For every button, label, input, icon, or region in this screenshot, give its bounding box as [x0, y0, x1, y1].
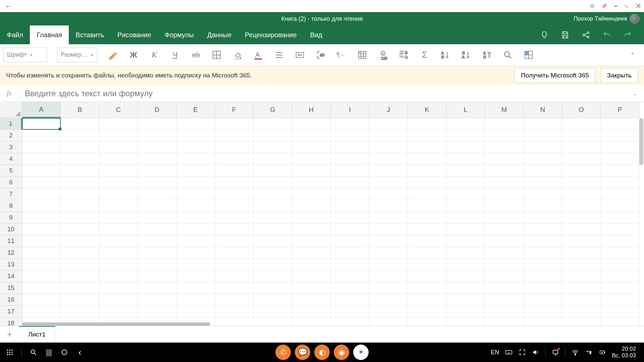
cell[interactable]: [562, 306, 601, 317]
row-header[interactable]: 14: [0, 270, 22, 282]
cell[interactable]: [22, 165, 61, 177]
cell[interactable]: [562, 270, 601, 282]
vertical-scrollbar[interactable]: [639, 118, 643, 326]
cell[interactable]: [369, 306, 408, 317]
cell[interactable]: [485, 200, 524, 212]
input-lang[interactable]: EN: [491, 349, 499, 356]
row-header[interactable]: 5: [0, 165, 22, 177]
cell[interactable]: [22, 247, 61, 259]
cell[interactable]: [176, 282, 215, 294]
cell[interactable]: [524, 153, 562, 165]
cell[interactable]: [331, 200, 369, 212]
column-header[interactable]: J: [369, 102, 408, 118]
cell[interactable]: [601, 247, 639, 259]
expand-formula-icon[interactable]: ⌄: [627, 91, 644, 96]
column-header[interactable]: D: [138, 102, 176, 118]
cell[interactable]: [331, 294, 369, 306]
merge-icon[interactable]: [294, 50, 305, 60]
cell[interactable]: [61, 259, 99, 270]
cell[interactable]: [369, 235, 408, 247]
cell[interactable]: [61, 235, 99, 247]
cell[interactable]: [369, 153, 408, 165]
cell[interactable]: [331, 141, 369, 153]
cell[interactable]: [485, 282, 524, 294]
cell[interactable]: [485, 306, 524, 317]
cell[interactable]: [292, 270, 331, 282]
cell[interactable]: [61, 177, 99, 188]
tab-insert[interactable]: Вставить: [69, 25, 111, 44]
wrap-text-icon[interactable]: ab: [315, 50, 326, 60]
cell[interactable]: [601, 200, 639, 212]
cell[interactable]: [176, 259, 215, 270]
row-header[interactable]: 16: [0, 294, 22, 306]
notifications-icon[interactable]: [552, 349, 559, 356]
cell[interactable]: [601, 141, 639, 153]
cell[interactable]: [22, 212, 61, 224]
cell[interactable]: [176, 118, 215, 130]
cell[interactable]: [524, 165, 562, 177]
cell[interactable]: [61, 306, 99, 317]
column-header[interactable]: H: [292, 102, 331, 118]
cell[interactable]: [562, 224, 601, 235]
volume-icon[interactable]: [532, 349, 539, 356]
cell[interactable]: [292, 294, 331, 306]
cell[interactable]: [176, 130, 215, 141]
cell[interactable]: [22, 270, 61, 282]
cell[interactable]: [446, 141, 485, 153]
column-header[interactable]: K: [408, 102, 446, 118]
sheet-tab[interactable]: Лист1: [19, 326, 55, 343]
align-icon[interactable]: [274, 50, 284, 60]
formula-input[interactable]: [19, 89, 627, 98]
conditional-format-icon[interactable]: [357, 50, 368, 60]
cell[interactable]: [99, 306, 138, 317]
cell[interactable]: [331, 247, 369, 259]
cell[interactable]: [61, 118, 99, 130]
cell[interactable]: [524, 317, 562, 326]
cell[interactable]: [99, 118, 138, 130]
fx-label[interactable]: fx: [0, 89, 19, 97]
column-header[interactable]: O: [562, 102, 601, 118]
cell[interactable]: [22, 235, 61, 247]
cell[interactable]: [61, 165, 99, 177]
cell[interactable]: [446, 188, 485, 200]
cell[interactable]: [562, 294, 601, 306]
save-icon[interactable]: [561, 31, 570, 39]
cell[interactable]: [292, 153, 331, 165]
cell[interactable]: [408, 130, 446, 141]
cell[interactable]: [369, 212, 408, 224]
cell[interactable]: [369, 294, 408, 306]
font-dropdown[interactable]: Шрифт▾: [3, 48, 47, 62]
cell[interactable]: [176, 235, 215, 247]
cell[interactable]: [138, 200, 176, 212]
cell[interactable]: [292, 317, 331, 326]
cell[interactable]: [61, 200, 99, 212]
lightbulb-icon[interactable]: [540, 31, 549, 39]
cell[interactable]: [254, 282, 292, 294]
cell[interactable]: [215, 118, 254, 130]
cell[interactable]: [99, 141, 138, 153]
cell[interactable]: [601, 153, 639, 165]
cell[interactable]: [99, 188, 138, 200]
cell[interactable]: [292, 118, 331, 130]
cell[interactable]: [61, 141, 99, 153]
cell[interactable]: [176, 212, 215, 224]
cell[interactable]: [408, 247, 446, 259]
cell[interactable]: [369, 177, 408, 188]
apps-grid-icon[interactable]: [6, 349, 13, 356]
cell[interactable]: [562, 282, 601, 294]
cell[interactable]: [485, 141, 524, 153]
cell[interactable]: [601, 224, 639, 235]
row-header[interactable]: 7: [0, 188, 22, 200]
cell[interactable]: [254, 153, 292, 165]
get-m365-button[interactable]: Получить Microsoft 365: [515, 68, 595, 83]
cell[interactable]: [485, 177, 524, 188]
cell[interactable]: [331, 118, 369, 130]
clock[interactable]: 20:02 Вс, 03.03: [612, 346, 638, 359]
cell[interactable]: [138, 141, 176, 153]
cell[interactable]: [331, 188, 369, 200]
cell[interactable]: [215, 212, 254, 224]
row-header[interactable]: 11: [0, 235, 22, 247]
cell[interactable]: [22, 282, 61, 294]
cell-styles-icon[interactable]: [523, 50, 534, 60]
cell[interactable]: [254, 141, 292, 153]
